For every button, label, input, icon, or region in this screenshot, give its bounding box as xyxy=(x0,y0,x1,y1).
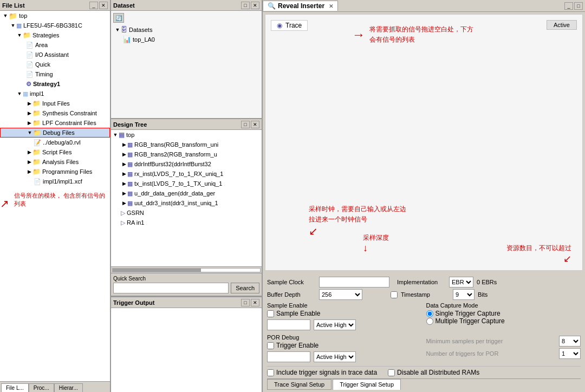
reveal-tab[interactable]: 🔍 Reveal Inserter ✕ xyxy=(263,1,338,11)
child3-label: rx_inst(LVDS_7_to_1_RX_uniq_1 xyxy=(134,171,223,177)
num-triggers-select[interactable]: 1 xyxy=(559,348,581,359)
tree-item-xcf[interactable]: 📄 impl1/impl1.xcf xyxy=(0,177,110,186)
design-tree-child-0[interactable]: ▶ ▦ RGB_trans(RGB_transform_uni xyxy=(111,140,262,149)
design-tree-scrollbar[interactable] xyxy=(111,266,262,273)
trigger-enable-checkbox[interactable] xyxy=(267,342,274,349)
design-tree-close-btn[interactable]: ✕ xyxy=(251,121,259,128)
reveal-minimize-btn[interactable]: _ xyxy=(564,2,573,10)
trigger-output-panel: Trigger Output □ ✕ xyxy=(111,297,262,392)
sample-enable-value[interactable] xyxy=(267,319,310,330)
timestamp-value-select[interactable]: 9 xyxy=(453,289,474,300)
tree-label-xcf: impl1/impl1.xcf xyxy=(43,178,82,185)
tree-item-io-assistant[interactable]: 📄 I/O Assistant xyxy=(0,50,110,60)
tree-item-quick[interactable]: 📄 Quick xyxy=(0,60,110,69)
tree-item-script[interactable]: ▶ 📁 Script Files xyxy=(0,147,110,157)
two-col-settings: Sample Enable Sample Enable Active High xyxy=(267,302,581,332)
tree-item-programming[interactable]: ▶ 📁 Programming Files xyxy=(0,167,110,177)
design-tree-top[interactable]: ▼ ▦ top xyxy=(111,130,262,140)
dataset-close-btn[interactable]: ✕ xyxy=(251,2,259,9)
tab-file-list[interactable]: File L... xyxy=(1,383,29,392)
tree-item-timing[interactable]: 📄 Timing xyxy=(0,69,110,79)
reveal-expand-btn[interactable]: □ xyxy=(574,2,583,10)
search-input[interactable] xyxy=(113,283,229,293)
tree-label-debug-files: Debug Files xyxy=(43,129,75,136)
design-tree-child-1[interactable]: ▶ ▦ RGB_trans2(RGB_transform_u xyxy=(111,149,262,159)
close-button[interactable]: ✕ xyxy=(99,2,108,9)
reveal-tab-close[interactable]: ✕ xyxy=(329,3,333,9)
tree-item-chip[interactable]: ▼ ▦ LFE5U-45F-6BG381C xyxy=(0,21,110,30)
include-trigger-label: Include trigger signals in trace data xyxy=(276,369,377,376)
tree-item-debug-files[interactable]: ▼ 📁 Debug Files xyxy=(0,128,110,138)
trigger-output-close-btn[interactable]: ✕ xyxy=(251,299,259,306)
include-trigger-checkbox[interactable] xyxy=(267,369,274,376)
sample-enable-checkbox[interactable] xyxy=(267,310,274,317)
buffer-depth-select[interactable]: 256 xyxy=(319,289,362,300)
child5-icon: ▦ xyxy=(127,190,133,197)
sample-clock-input[interactable] xyxy=(319,277,389,288)
por-active-high-select[interactable]: Active High xyxy=(314,351,356,362)
tree-item-synthesis[interactable]: ▶ 📁 Synthesis Constraint xyxy=(0,108,110,118)
por-debug-header: POR Debug xyxy=(267,334,422,341)
implementation-label: Implementation xyxy=(397,279,446,285)
tree-item-top[interactable]: ▼ 📁 top xyxy=(0,11,110,21)
timestamp-checkbox[interactable] xyxy=(391,291,398,298)
design-tree-title: Design Tree xyxy=(113,121,241,128)
dataset-icon-btn[interactable]: 🔄 xyxy=(113,13,124,23)
tree-item-lpf[interactable]: ▶ 📁 LPF Constraint Files xyxy=(0,118,110,128)
io-icon: 📄 xyxy=(26,51,34,58)
tree-item-strategies[interactable]: ▼ 📁 Strategies xyxy=(0,30,110,40)
trigger-output-expand-btn[interactable]: □ xyxy=(241,299,250,306)
design-tree-child-5[interactable]: ▶ ▦ u_ddr_data_gen(ddr_data_ger xyxy=(111,188,262,198)
design-tree-child-6[interactable]: ▶ ▦ uut_ddr3_inst(ddr3_inst_uniq_1 xyxy=(111,198,262,208)
tree-label-io: I/O Assistant xyxy=(35,51,69,58)
sample-active-high-select[interactable]: Active High xyxy=(314,319,356,330)
single-trigger-radio[interactable] xyxy=(426,310,433,317)
por-debug-section: POR Debug Trigger Enable Active High xyxy=(267,334,422,364)
tree-label-programming: Programming Files xyxy=(42,168,92,175)
design-tree-child-3[interactable]: ▶ ▦ rx_inst(LVDS_7_to_1_RX_uniq_1 xyxy=(111,169,262,179)
reveal-window-btns: _ □ xyxy=(564,2,585,10)
multiple-trigger-label: Multiple Trigger Capture xyxy=(435,317,505,325)
single-trigger-option: Single Trigger Capture xyxy=(426,310,581,317)
tree-item-strategy1[interactable]: ⚙ Strategy1 xyxy=(0,79,110,89)
ebr-count-label: 0 EBRs xyxy=(477,279,497,285)
search-button[interactable]: Search xyxy=(231,283,259,293)
child1-icon: ▦ xyxy=(127,151,133,158)
tree-item-impl1[interactable]: ▼ ▦ impl1 xyxy=(0,89,110,99)
design-tree-child-rain1[interactable]: ▷ RA in1 xyxy=(111,218,262,227)
num-triggers-label: Number of triggers for POR xyxy=(426,350,499,357)
min-samples-select[interactable]: 8 xyxy=(559,336,581,347)
implementation-select[interactable]: EBR xyxy=(449,277,473,288)
design-tree-header-btns: □ ✕ xyxy=(241,121,259,128)
trigger-enable-value[interactable] xyxy=(267,351,310,362)
trigger-output-btns: □ ✕ xyxy=(241,299,259,306)
sample-enable-header: Sample Enable xyxy=(267,302,422,309)
reveal-tab-label: Reveal Inserter xyxy=(278,2,324,10)
multiple-trigger-radio[interactable] xyxy=(426,318,433,325)
design-tree-top-label: top xyxy=(126,132,134,138)
min-samples-label: Minimum samples per trigger xyxy=(426,338,503,344)
search-row: Search xyxy=(113,283,259,293)
minimize-button[interactable]: _ xyxy=(89,2,98,9)
sample-enable-section: Sample Enable Sample Enable Active High xyxy=(267,302,422,332)
tree-item-input-files[interactable]: ▶ 📁 Input Files xyxy=(0,99,110,108)
top-la0-item[interactable]: 📊 top_LA0 xyxy=(113,35,259,44)
child5-label: u_ddr_data_gen(ddr_data_ger xyxy=(134,190,215,197)
disable-distributed-checkbox[interactable] xyxy=(388,369,395,376)
tab-trace-signal[interactable]: Trace Signal Setup xyxy=(267,379,332,390)
design-tree-child-2[interactable]: ▶ ▦ ddrIntfBurst32(ddrIntfBurst32 xyxy=(111,159,262,169)
design-tree-child-4[interactable]: ▶ ▦ tx_inst(LVDS_7_to_1_TX_uniq_1 xyxy=(111,179,262,188)
tab-hier[interactable]: Hierar... xyxy=(54,383,83,392)
tab-trigger-signal[interactable]: Trigger Signal Setup xyxy=(333,379,401,390)
top-la0-label: top_LA0 xyxy=(133,36,155,43)
datasets-root-item[interactable]: ▼ 🗄 Datasets xyxy=(113,25,259,35)
tree-item-debug-rvl[interactable]: 📝 ../debug/a0.rvl xyxy=(0,138,110,147)
design-tree-child-gsrn[interactable]: ▷ GSRN xyxy=(111,208,262,218)
annotation3-container: 采样深度 ↓ xyxy=(363,233,389,254)
tab-proc[interactable]: Proc... xyxy=(29,383,54,392)
design-tree-panel: Design Tree □ ✕ ▼ ▦ top ▶ ▦ RGB_trans(RG… xyxy=(111,119,262,297)
tree-item-analysis[interactable]: ▶ 📁 Analysis Files xyxy=(0,157,110,167)
tree-item-area[interactable]: 📄 Area xyxy=(0,40,110,50)
dataset-expand-btn[interactable]: □ xyxy=(241,2,250,9)
design-tree-expand-btn[interactable]: □ xyxy=(241,121,250,128)
